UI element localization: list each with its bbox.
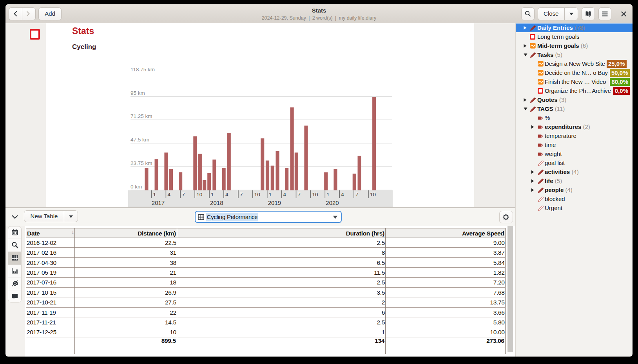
svg-text:23.75 km: 23.75 km	[130, 160, 152, 166]
svg-text:2017: 2017	[152, 199, 165, 206]
svg-text:7: 7	[182, 192, 185, 197]
svg-text:0 km: 0 km	[130, 184, 142, 190]
svg-text:7: 7	[298, 192, 301, 197]
svg-text:7: 7	[355, 192, 359, 197]
svg-text:10: 10	[312, 192, 318, 197]
svg-text:4: 4	[225, 192, 228, 197]
svg-text:71.25 km: 71.25 km	[130, 113, 152, 119]
svg-text:1: 1	[153, 192, 156, 197]
svg-text:95 km: 95 km	[130, 90, 145, 96]
svg-text:1: 1	[211, 192, 214, 197]
svg-text:4: 4	[283, 192, 286, 197]
svg-text:10: 10	[196, 192, 202, 197]
svg-text:4: 4	[167, 192, 170, 197]
svg-text:2018: 2018	[210, 199, 223, 206]
svg-text:2019: 2019	[268, 199, 281, 206]
svg-text:2020: 2020	[326, 199, 339, 206]
svg-text:7: 7	[240, 192, 243, 197]
svg-text:118.75 km: 118.75 km	[130, 67, 155, 72]
svg-text:10: 10	[254, 192, 260, 197]
svg-text:47.5 km: 47.5 km	[130, 137, 149, 143]
svg-text:1: 1	[269, 192, 272, 197]
svg-text:10: 10	[370, 192, 376, 197]
svg-text:1: 1	[326, 192, 330, 197]
svg-text:4: 4	[341, 192, 344, 197]
